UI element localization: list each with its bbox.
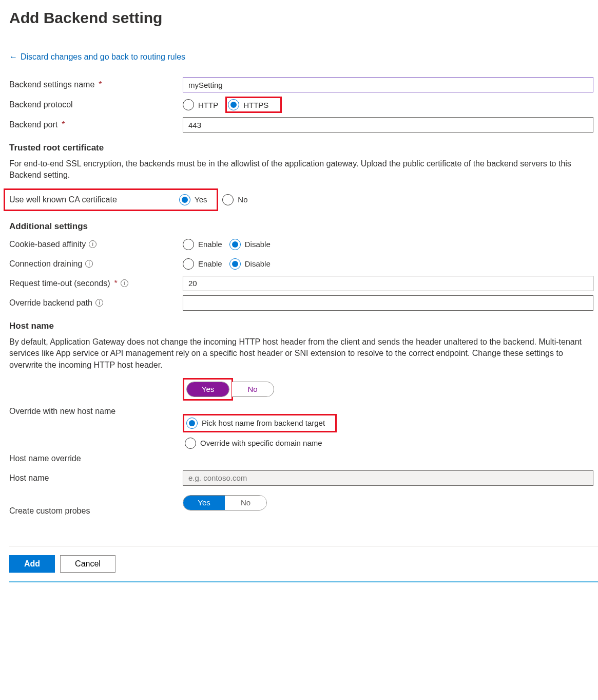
protocol-https-radio[interactable]: HTTPS xyxy=(228,99,279,110)
info-icon[interactable]: i xyxy=(95,299,103,307)
ca-yes-radio[interactable]: Yes xyxy=(179,194,207,205)
ca-no-radio[interactable]: No xyxy=(222,194,247,205)
cookie-affinity-label: Cookie-based affinity i xyxy=(9,240,183,249)
probes-no-pill[interactable]: No xyxy=(225,496,266,510)
pick-host-backend-radio[interactable]: Pick host name from backend target xyxy=(186,418,325,429)
drain-disable-radio[interactable]: Disable xyxy=(229,258,271,270)
override-backend-path-label: Override backend path i xyxy=(9,298,183,308)
radio-checked-icon xyxy=(229,258,241,270)
radio-checked-icon xyxy=(186,418,198,429)
radio-icon xyxy=(183,99,194,110)
use-well-known-ca-label: Use well known CA certificate xyxy=(9,195,179,204)
override-no-pill[interactable]: No xyxy=(232,382,273,396)
radio-icon xyxy=(222,194,234,205)
backend-port-label: Backend port* xyxy=(9,120,183,129)
trusted-root-desc: For end-to-end SSL encryption, the backe… xyxy=(9,158,598,181)
radio-icon xyxy=(185,438,196,449)
host-name-heading: Host name xyxy=(9,321,598,331)
override-new-hostname-label: Override with new host name xyxy=(9,378,183,416)
trusted-root-heading: Trusted root certificate xyxy=(9,143,598,153)
discard-back-link[interactable]: ← Discard changes and go back to routing… xyxy=(9,52,185,62)
info-icon[interactable]: i xyxy=(89,240,97,248)
add-button[interactable]: Add xyxy=(9,555,55,573)
radio-checked-icon xyxy=(179,194,190,205)
host-name-desc: By default, Application Gateway does not… xyxy=(9,336,598,371)
info-icon[interactable]: i xyxy=(85,260,93,268)
backend-settings-name-input[interactable] xyxy=(183,77,593,92)
radio-checked-icon xyxy=(228,99,239,110)
info-icon[interactable]: i xyxy=(121,279,128,287)
page-title: Add Backend setting xyxy=(9,9,598,27)
host-name-override-label: Host name override xyxy=(9,454,183,463)
backend-protocol-label: Backend protocol xyxy=(9,100,183,109)
radio-icon xyxy=(183,239,194,250)
host-name-input[interactable] xyxy=(183,470,593,486)
probes-yes-pill[interactable]: Yes xyxy=(183,496,225,510)
radio-checked-icon xyxy=(229,239,241,250)
backend-port-input[interactable] xyxy=(183,117,593,133)
override-specific-domain-radio[interactable]: Override with specific domain name xyxy=(183,436,337,451)
request-timeout-label: Request time-out (seconds)* i xyxy=(9,279,183,288)
protocol-http-radio[interactable]: HTTP xyxy=(183,99,218,110)
arrow-left-icon: ← xyxy=(9,52,17,62)
create-custom-probes-label: Create custom probes xyxy=(9,490,183,516)
discard-back-label: Discard changes and go back to routing r… xyxy=(21,52,185,62)
drain-enable-radio[interactable]: Enable xyxy=(183,258,222,270)
cookie-enable-radio[interactable]: Enable xyxy=(183,239,222,250)
cancel-button[interactable]: Cancel xyxy=(60,555,115,573)
additional-settings-heading: Additional settings xyxy=(9,221,598,232)
connection-draining-label: Connection draining i xyxy=(9,259,183,269)
override-yes-pill[interactable]: Yes xyxy=(187,382,229,396)
radio-icon xyxy=(183,258,194,270)
override-backend-path-input[interactable] xyxy=(183,295,593,311)
host-name-field-label: Host name xyxy=(9,474,183,483)
cookie-disable-radio[interactable]: Disable xyxy=(229,239,271,250)
request-timeout-input[interactable] xyxy=(183,276,593,291)
backend-settings-name-label: Backend settings name* xyxy=(9,80,183,89)
